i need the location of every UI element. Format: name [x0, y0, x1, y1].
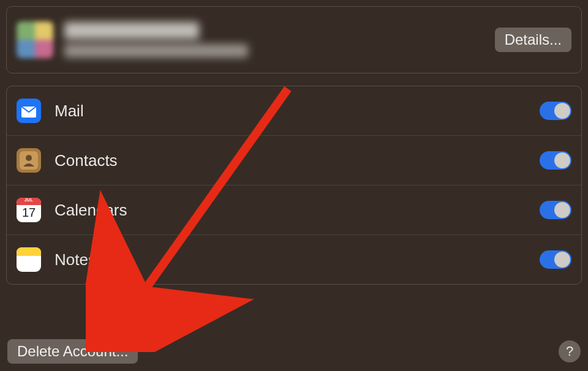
mail-icon	[17, 99, 41, 123]
footer: Delete Account... ?	[7, 339, 581, 364]
account-name-block	[64, 22, 248, 58]
help-button[interactable]: ?	[559, 340, 581, 362]
service-row-notes: Notes	[7, 235, 581, 284]
svg-rect-6	[17, 203, 41, 205]
svg-rect-9	[17, 253, 41, 256]
toggle-calendars[interactable]	[540, 201, 571, 219]
service-label-notes: Notes	[55, 250, 540, 269]
notes-icon	[17, 247, 41, 272]
toggle-contacts[interactable]	[540, 151, 571, 170]
service-row-calendars: JUL 17 Calendars	[7, 186, 581, 235]
svg-point-3	[26, 155, 32, 161]
delete-account-button[interactable]: Delete Account...	[7, 339, 138, 364]
account-row: Details...	[7, 7, 581, 73]
toggle-mail[interactable]	[540, 102, 571, 120]
services-card: Mail Contacts JUL 17 Calendars	[6, 86, 582, 285]
service-label-calendars: Calendars	[55, 201, 540, 220]
account-card: Details...	[6, 6, 582, 73]
service-label-mail: Mail	[55, 102, 540, 121]
service-label-contacts: Contacts	[55, 151, 540, 170]
contacts-icon	[17, 148, 41, 173]
service-row-contacts: Contacts	[7, 136, 581, 186]
toggle-notes[interactable]	[540, 250, 571, 269]
service-row-mail: Mail	[7, 86, 581, 136]
calendar-icon: JUL 17	[17, 198, 41, 222]
details-button[interactable]: Details...	[495, 28, 571, 52]
calendar-icon-month: JUL	[17, 198, 41, 202]
account-avatar	[17, 21, 53, 58]
calendar-icon-day: 17	[17, 206, 41, 220]
